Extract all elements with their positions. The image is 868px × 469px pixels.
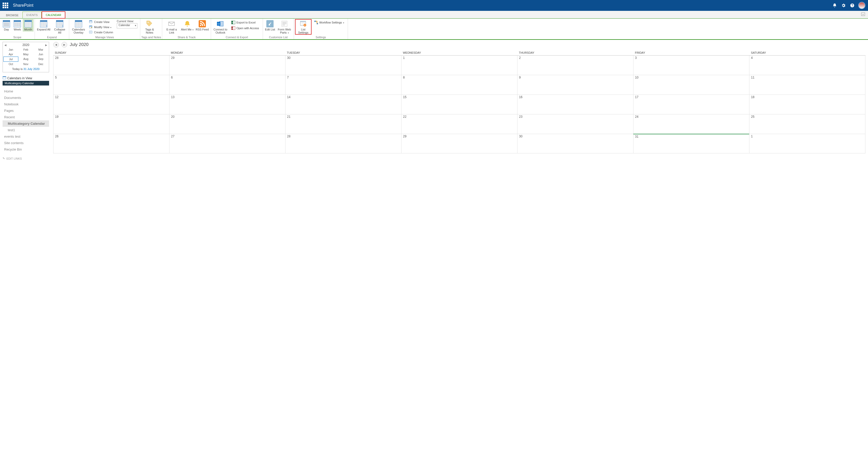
mini-month-mar[interactable]: Mar [33, 47, 48, 52]
calendar-cell[interactable]: 1 [749, 134, 865, 153]
create-view-button[interactable]: Create View [88, 20, 114, 24]
rss-icon [198, 20, 207, 28]
tab-calendar[interactable]: CALENDAR [41, 11, 65, 19]
calendar-cell[interactable]: 22 [401, 115, 517, 134]
current-view-select[interactable]: Calendar [117, 23, 137, 28]
cal-prev-month[interactable]: ◄ [53, 42, 59, 48]
workflow-settings-button[interactable]: Workflow Settings ▾ [313, 20, 345, 25]
mini-next-year[interactable]: ▶ [45, 44, 47, 46]
scope-week-label: Week [14, 28, 21, 31]
calendar-cell[interactable]: 26 [53, 134, 169, 153]
calendar-cell[interactable]: 10 [633, 75, 749, 95]
calendar-cell[interactable]: 8 [401, 75, 517, 95]
mini-month-nov[interactable]: Nov [18, 62, 33, 66]
calendar-cell[interactable]: 6 [169, 75, 285, 95]
calendar-cell[interactable]: 1 [401, 56, 517, 75]
civ-item-multicategory[interactable]: Multicategory Calendar [3, 81, 49, 86]
calendar-cell[interactable]: 7 [285, 75, 401, 95]
calendar-cell[interactable]: 5 [53, 75, 169, 95]
form-web-parts-button[interactable]: Form Web Parts ▾ [276, 19, 293, 35]
calendar-cell[interactable]: 14 [285, 95, 401, 114]
calendar-cell[interactable]: 2 [517, 56, 633, 75]
group-label-manage-views: Manage Views [70, 35, 139, 39]
tab-events[interactable]: EVENTS [23, 11, 41, 18]
user-avatar[interactable] [858, 2, 865, 9]
calendar-cell[interactable]: 24 [633, 115, 749, 134]
nav-documents[interactable]: Documents [3, 95, 49, 101]
calendars-overlay-button[interactable]: Calendars Overlay [70, 19, 87, 35]
nav-home[interactable]: Home [3, 88, 49, 95]
mini-prev-year[interactable]: ◀ [4, 44, 6, 46]
calendar-cell[interactable]: 25 [749, 115, 865, 134]
tags-notes-button[interactable]: Tags & Notes [141, 19, 158, 35]
calendar-cell[interactable]: 28 [285, 134, 401, 153]
rss-feed-button[interactable]: RSS Feed [194, 19, 210, 32]
mini-month-feb[interactable]: Feb [18, 47, 33, 52]
calendar-cell[interactable]: 20 [169, 115, 285, 134]
mini-month-aug[interactable]: Aug [18, 57, 33, 62]
nav-multicategory-calendar[interactable]: Multicategory Calendar [3, 120, 49, 127]
nav-events-test[interactable]: events test [3, 133, 49, 140]
calendar-cell[interactable]: 23 [517, 115, 633, 134]
ribbon-collapse-icon[interactable] [861, 12, 865, 17]
calendar-cell[interactable]: 30 [285, 56, 401, 75]
list-settings-button[interactable]: List Settings [295, 19, 312, 35]
mini-month-apr[interactable]: Apr [3, 52, 18, 57]
connect-outlook-button[interactable]: O Connect to Outlook [212, 19, 228, 35]
mini-month-jan[interactable]: Jan [3, 47, 18, 52]
mini-month-sep[interactable]: Sep [33, 57, 48, 62]
mini-today-link[interactable]: 31 July 2020 [24, 67, 39, 70]
settings-gear-icon[interactable] [839, 1, 848, 10]
nav-site-contents[interactable]: Site contents [3, 140, 49, 146]
scope-month-label: Month [24, 28, 32, 31]
calendar-cell[interactable]: 31 [633, 134, 749, 153]
list-settings-label: List Settings [296, 28, 311, 34]
nav-recycle-bin[interactable]: Recycle Bin [3, 146, 49, 153]
nav-recent[interactable]: Recent [3, 114, 49, 120]
calendar-cell[interactable]: 11 [749, 75, 865, 95]
calendar-cell[interactable]: 15 [401, 95, 517, 114]
mini-month-jun[interactable]: Jun [33, 52, 48, 57]
edit-links-button[interactable]: ✎ EDIT LINKS [3, 157, 49, 160]
calendar-cell[interactable]: 29 [401, 134, 517, 153]
nav-notebook[interactable]: Notebook [3, 101, 49, 107]
calendar-cell[interactable]: 4 [749, 56, 865, 75]
cal-next-month[interactable]: ► [61, 42, 67, 48]
app-launcher-icon[interactable] [3, 3, 8, 8]
edit-list-button[interactable]: Edit List [264, 19, 276, 32]
calendar-cell[interactable]: 28 [53, 56, 169, 75]
calendar-cell[interactable]: 21 [285, 115, 401, 134]
nav-test1[interactable]: test1 [3, 127, 49, 133]
scope-month-button[interactable]: Month [23, 19, 34, 32]
alert-me-button[interactable]: Alert Me ▾ [180, 19, 194, 32]
modify-view-button[interactable]: Modify View ▾ [88, 25, 114, 29]
calendar-cell[interactable]: 19 [53, 115, 169, 134]
calendar-cell[interactable]: 3 [633, 56, 749, 75]
mini-month-oct[interactable]: Oct [3, 62, 18, 66]
open-access-button[interactable]: A Open with Access [230, 26, 260, 30]
calendar-cell[interactable]: 27 [169, 134, 285, 153]
export-excel-button[interactable]: X Export to Excel [230, 20, 260, 25]
mini-month-may[interactable]: May [18, 52, 33, 57]
create-column-button[interactable]: Create Column [88, 30, 114, 35]
calendar-cell[interactable]: 13 [169, 95, 285, 114]
scope-day-button[interactable]: Day [1, 19, 12, 32]
mini-month-jul[interactable]: Jul [3, 57, 18, 62]
calendar-cell[interactable]: 17 [633, 95, 749, 114]
mini-month-dec[interactable]: Dec [33, 62, 48, 66]
tab-browse[interactable]: BROWSE [2, 12, 23, 18]
group-label-customize: Customize List [264, 35, 293, 39]
calendar-cell[interactable]: 12 [53, 95, 169, 114]
scope-week-button[interactable]: Week [12, 19, 23, 32]
calendar-cell[interactable]: 29 [169, 56, 285, 75]
calendar-cell[interactable]: 30 [517, 134, 633, 153]
calendar-cell[interactable]: 16 [517, 95, 633, 114]
collapse-all-button[interactable]: Collapse All [52, 19, 68, 35]
calendar-cell[interactable]: 18 [749, 95, 865, 114]
calendar-cell[interactable]: 9 [517, 75, 633, 95]
expand-all-button[interactable]: Expand All [36, 19, 52, 32]
notifications-icon[interactable] [830, 1, 839, 10]
email-link-button[interactable]: E-mail a Link [163, 19, 180, 35]
help-icon[interactable] [848, 1, 857, 10]
nav-pages[interactable]: Pages [3, 107, 49, 114]
